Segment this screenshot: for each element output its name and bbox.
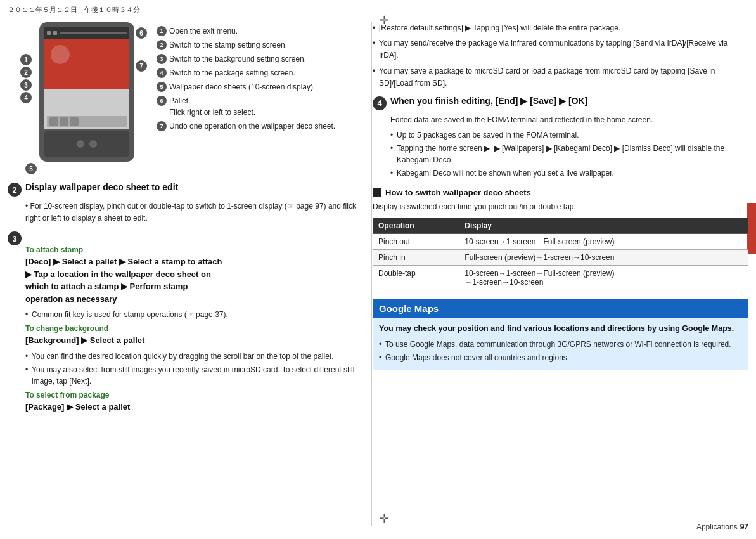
table-row: Pinch out 10-screen→1-screen→Full-screen… <box>373 234 748 250</box>
google-maps-intro: You may check your position and find var… <box>379 323 742 335</box>
step-4-number: 4 <box>373 96 387 110</box>
step-3-instruction-1: [Deco] ▶ Select a pallet ▶ Select a stam… <box>25 256 362 305</box>
step-4-header: 4 When you finish editing, [End] ▶ [Save… <box>373 96 748 110</box>
callout-7-area: 7 <box>136 60 147 72</box>
red-sidebar-tab <box>747 203 756 254</box>
table-row: Double-tap 10-screen→1-screen→Full-scree… <box>373 266 748 290</box>
step-2-body: For 10-screen display, pinch out or doub… <box>25 200 362 224</box>
google-maps-title: Google Maps <box>379 303 439 314</box>
screen-top-bar <box>44 27 129 39</box>
table-header-display: Display <box>459 218 748 234</box>
right-bullet-1: [Restore default settings] ▶ Tapping [Ye… <box>373 22 748 34</box>
step-3-content: To attach stamp [Deco] ▶ Select a pallet… <box>25 245 362 413</box>
phone-bottom-bar <box>44 131 129 157</box>
callout-3: 3 <box>20 79 32 91</box>
step-3-bullet-2a: You can find the desired location quickl… <box>25 351 362 362</box>
callout-5: 5 <box>25 163 37 174</box>
callout-numbers-left: 1 2 3 4 <box>20 54 32 103</box>
step-3-green-label-2: To change background <box>25 324 362 333</box>
table-row: Pinch in Full-screen (preview)→1-screen→… <box>373 250 748 266</box>
annotations: 1 Open the exit menu. 2 Switch to the st… <box>157 25 335 174</box>
switch-table: Operation Display Pinch out 10-screen→1-… <box>373 218 748 290</box>
callout-4: 4 <box>20 92 32 103</box>
step-3-green-label-3: To select from package <box>25 391 362 399</box>
table-cell-pinch-in-label: Pinch in <box>373 250 459 266</box>
table-header-operation: Operation <box>373 218 459 234</box>
switch-section-desc: Display is switched each time you pinch … <box>373 201 748 212</box>
google-maps-header: Google Maps <box>373 299 748 318</box>
screen-red-block <box>44 39 129 89</box>
black-square-icon <box>373 188 381 197</box>
callout-2: 2 <box>20 67 32 78</box>
step-2-section: 2 Display wallpaper deco sheet to edit F… <box>8 182 362 224</box>
step-4-bullet-1: Up to 5 packages can be saved in the FOM… <box>390 129 748 141</box>
step-3-section: 3 To attach stamp [Deco] ▶ Select a pall… <box>8 231 362 413</box>
section-label: How to switch wallpaper deco sheets <box>373 188 748 197</box>
google-maps-bullet-1: To use Google Maps, data communication t… <box>379 339 742 350</box>
step-3-bullet-1: Common fit key is used for stamp operati… <box>25 309 362 320</box>
step-4-bullet-2: Tapping the home screen ▶ ▶ [Wallpapers]… <box>390 143 748 166</box>
step-2-number: 2 <box>8 183 22 197</box>
right-bullet-3: You may save a package to microSD card o… <box>373 65 748 89</box>
right-bullet-2: You may send/receive the package via inf… <box>373 37 748 62</box>
step-4-desc: Edited data are saved in the FOMA termin… <box>390 114 748 126</box>
callout-6: 6 <box>136 27 147 39</box>
table-cell-pinch-out-display: 10-screen→1-screen→Full-screen (preview) <box>459 234 748 250</box>
table-cell-pinch-out-label: Pinch out <box>373 234 459 250</box>
switch-section-title: How to switch wallpaper deco sheets <box>385 188 531 197</box>
callout-5-area: 5 <box>25 163 37 174</box>
right-column: [Restore default settings] ▶ Tapping [Ye… <box>373 22 748 526</box>
table-cell-doubletap-label: Double-tap <box>373 266 459 290</box>
step-4-section: 4 When you finish editing, [End] ▶ [Save… <box>373 96 748 179</box>
step-4-title: When you finish editing, [End] ▶ [Save] … <box>390 96 587 106</box>
step-4-bullet-3: Kabegami Deco will not be shown when you… <box>390 167 748 179</box>
callout-7: 7 <box>136 60 147 72</box>
table-cell-pinch-in-display: Full-screen (preview)→1-screen→10-screen <box>459 250 748 266</box>
annotation-3: 3 Switch to the background setting scree… <box>157 53 335 65</box>
step-3-green-label-1: To attach stamp <box>25 245 362 254</box>
step-2-bullet-1: For 10-screen display, pinch out or doub… <box>25 200 362 224</box>
switch-section: How to switch wallpaper deco sheets Disp… <box>373 188 748 290</box>
callout-6-area: 6 <box>136 27 147 39</box>
date-text: ２０１１年５月１２日 午後１０時３４分 <box>8 6 140 13</box>
step-3-instruction-2: [Background] ▶ Select a pallet <box>25 334 362 347</box>
callout-1: 1 <box>20 54 32 65</box>
top-bullets: [Restore default settings] ▶ Tapping [Ye… <box>373 22 748 89</box>
phone-screen <box>44 27 129 129</box>
step-2-header: 2 Display wallpaper deco sheet to edit <box>8 182 362 197</box>
google-maps-body: You may check your position and find var… <box>373 318 748 370</box>
header-date: ２０１１年５月１２日 午後１０時３４分 <box>8 5 140 15</box>
annotation-1: 1 Open the exit menu. <box>157 25 335 37</box>
device-area: 1 2 3 4 <box>20 22 362 174</box>
left-column: 1 2 3 4 <box>8 22 362 526</box>
step-2-title: Display wallpaper deco sheet to edit <box>25 182 178 192</box>
step-4-body: Edited data are saved in the FOMA termin… <box>390 114 748 179</box>
page-content: 1 2 3 4 <box>8 22 748 526</box>
step-3-number: 3 <box>8 231 22 245</box>
step-3-bullet-2b: You may also select from still images yo… <box>25 364 362 387</box>
table-cell-doubletap-display: 10-screen→1-screen→Full-screen (preview)… <box>459 266 748 290</box>
annotation-6: 6 PalletFlick right or left to select. <box>157 95 335 118</box>
annotation-7: 7 Undo one operation on the wallpaper de… <box>157 120 335 132</box>
step-3-instruction-3: [Package] ▶ Select a pallet <box>25 401 362 413</box>
google-maps-bullet-2: Google Maps does not cover all countries… <box>379 352 742 363</box>
step-3-header: 3 <box>8 231 362 245</box>
google-maps-section: Google Maps You may check your position … <box>373 299 748 370</box>
phone-mockup <box>39 22 134 162</box>
annotation-5: 5 Wallpaper deco sheets (10-screen displ… <box>157 81 335 93</box>
annotation-2: 2 Switch to the stamp setting screen. <box>157 39 335 51</box>
annotation-4: 4 Switch to the package setting screen. <box>157 67 335 79</box>
